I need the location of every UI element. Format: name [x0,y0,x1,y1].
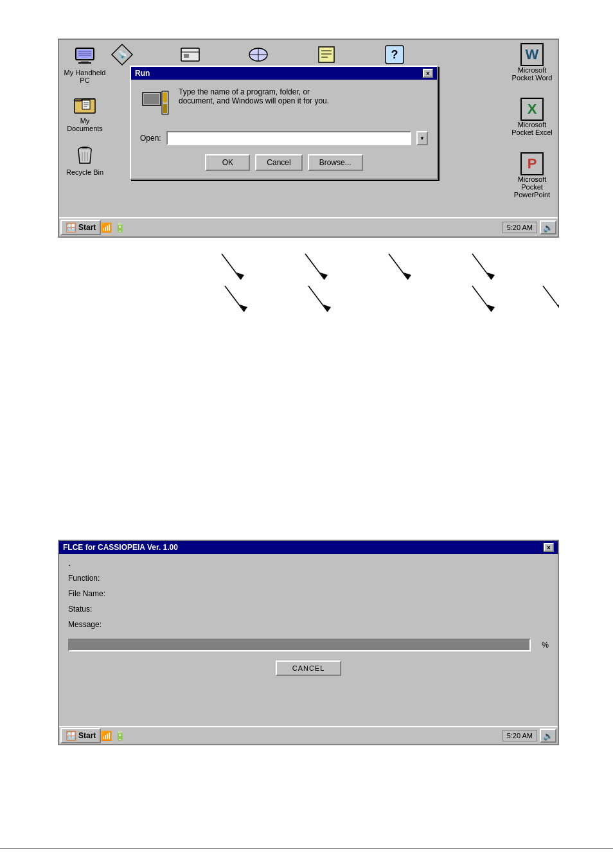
svg-line-48 [543,286,559,312]
flce-filename-label: File Name: [68,589,105,598]
top-icon-4 [315,43,338,66]
run-close-button[interactable]: × [423,69,433,78]
svg-rect-32 [144,94,159,104]
svg-line-34 [222,254,241,279]
top-taskbar-time: 5:20 AM [502,222,537,233]
svg-rect-2 [81,60,89,62]
word-icon: W [520,43,544,66]
run-cancel-button[interactable]: Cancel [255,154,302,171]
taskbar-bottom-speaker-icon[interactable]: 🔊 [540,729,556,743]
svg-rect-21 [184,54,189,58]
svg-rect-25 [319,47,334,62]
run-desc-line1: Type the name of a program, folder, or [179,87,329,96]
flce-function-label: Function: [68,574,100,583]
start-button-bottom[interactable]: 🪟 Start [60,728,101,743]
svg-text:📡: 📡 [118,49,127,59]
ms-word-label: MicrosoftPocket Word [512,66,553,82]
svg-marker-33 [163,102,167,103]
flce-progress-pct: % [536,637,549,653]
svg-marker-47 [487,305,495,312]
run-dropdown-button[interactable]: ▼ [416,131,428,145]
recycle-bin-icon[interactable]: Recycle Bin [62,143,107,176]
svg-rect-3 [78,62,91,64]
run-title: Run [135,69,150,78]
top-icon-2 [179,43,202,66]
svg-marker-35 [236,272,244,279]
svg-line-44 [308,286,328,312]
run-dialog: Run × Type the name of a pr [130,66,438,180]
folder-icon [72,91,98,117]
top-icon-1: 📡 [111,43,134,66]
tray-icon-2: 🔋 [114,222,125,233]
flce-filename-row: File Name: [68,586,549,601]
my-documents-icon[interactable]: MyDocuments [62,91,107,132]
run-open-label: Open: [140,134,161,143]
svg-marker-43 [240,305,247,312]
start-icon-bottom: 🪟 [66,731,76,741]
flce-titlebar: FLCE for CASSIOPEIA Ver. 1.00 × [59,541,558,554]
bottom-screenshot: FLCE for CASSIOPEIA Ver. 1.00 × · Functi… [58,540,559,745]
start-label-top: Start [78,223,96,232]
svg-marker-39 [404,272,411,279]
svg-line-40 [472,254,492,279]
flce-message-row: Message: [68,617,549,632]
start-icon: 🪟 [66,222,76,233]
my-handheld-pc-label: My Handheld PC [64,69,106,84]
svg-rect-1 [77,49,93,58]
flce-function-row: Function: [68,571,549,586]
flce-dot: · [68,560,549,571]
top-icon-3 [247,43,270,66]
taskbar-tray-top: 📶 🔋 [101,222,125,233]
trash-icon [72,143,98,168]
svg-marker-41 [487,272,495,279]
ppt-icon: P [520,152,544,175]
flce-message-label: Message: [68,620,102,629]
flce-cancel-button[interactable]: CANCEL [276,660,342,676]
start-label-bottom: Start [78,731,96,740]
flce-progress-bar [68,639,531,651]
tray-icon-bottom-1: 📶 [101,731,112,741]
ms-excel-icon[interactable]: X MicrosoftPocket Excel [510,98,555,136]
flce-dialog: FLCE for CASSIOPEIA Ver. 1.00 × · Functi… [59,541,558,744]
bottom-taskbar-time: 5:20 AM [502,730,537,741]
svg-marker-37 [320,272,328,279]
handheld-icon [72,43,98,69]
svg-line-42 [225,286,244,312]
run-browse-button[interactable]: Browse... [308,154,363,171]
svg-line-46 [472,286,492,312]
run-ok-button[interactable]: OK [205,154,250,171]
flce-close-button[interactable]: × [544,543,554,552]
page-divider [0,848,613,849]
taskbar-tray-bottom: 📶 🔋 [101,731,125,741]
ms-word-icon[interactable]: W MicrosoftPocket Word [510,43,555,82]
run-desc-line2: document, and Windows will open it for y… [179,96,329,105]
run-open-input[interactable] [166,131,411,145]
arrows-diagram [58,244,559,328]
svg-line-38 [389,254,408,279]
top-screenshot: My Handheld PC MyDocuments [58,39,559,238]
top-taskbar: 🪟 Start 📶 🔋 5:20 AM 🔊 [59,217,558,236]
my-documents-label: MyDocuments [67,117,103,132]
taskbar-speaker-icon[interactable]: 🔊 [540,220,556,235]
svg-text:?: ? [391,48,398,61]
tray-icon-bottom-2: 🔋 [114,731,125,741]
excel-icon: X [520,98,544,121]
start-button-top[interactable]: 🪟 Start [60,220,101,235]
bottom-taskbar: 🪟 Start 📶 🔋 5:20 AM 🔊 [59,726,558,744]
ms-powerpoint-label: MicrosoftPocketPowerPoint [514,175,550,199]
run-titlebar: Run × [131,67,437,80]
recycle-bin-label: Recycle Bin [66,168,103,176]
flce-status-label: Status: [68,605,92,614]
ms-powerpoint-icon[interactable]: P MicrosoftPocketPowerPoint [510,152,555,199]
run-dialog-icon [140,87,171,123]
my-handheld-pc-icon[interactable]: My Handheld PC [62,43,107,84]
ms-excel-label: MicrosoftPocket Excel [511,121,553,136]
tray-icon-1: 📶 [101,222,112,233]
top-icon-5: ? [383,43,406,66]
svg-marker-45 [323,305,331,312]
flce-status-row: Status: [68,601,549,617]
svg-line-36 [305,254,324,279]
flce-title: FLCE for CASSIOPEIA Ver. 1.00 [63,543,178,552]
